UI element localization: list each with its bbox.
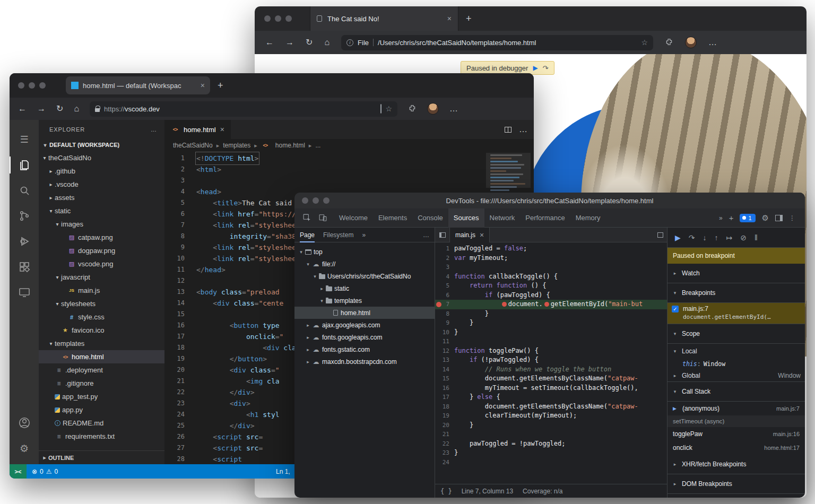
- explorer-item[interactable]: .gitignore: [39, 377, 164, 390]
- line-number[interactable]: 28: [164, 454, 185, 464]
- source-line[interactable]: 18 document.getElementsByClassName("catp…: [435, 402, 667, 412]
- line-number[interactable]: 11: [164, 264, 185, 275]
- dock-side-icon[interactable]: [775, 215, 783, 221]
- line-number[interactable]: 19: [164, 353, 185, 364]
- editor-more-icon[interactable]: …: [519, 125, 527, 134]
- scope-section[interactable]: ▾ Scope: [667, 324, 805, 344]
- explorer-item[interactable]: images: [39, 218, 164, 231]
- line-number[interactable]: 4: [164, 186, 185, 197]
- explorer-item[interactable]: templates: [39, 337, 164, 350]
- line-number[interactable]: 17: [164, 331, 185, 342]
- close-button[interactable]: [302, 197, 308, 204]
- remote-explorer-icon[interactable]: [10, 280, 39, 305]
- settings-gear-icon[interactable]: ⚙: [762, 213, 769, 223]
- breadcrumb-item[interactable]: home.html: [275, 142, 305, 149]
- account-icon[interactable]: [10, 410, 39, 436]
- source-line[interactable]: 13 if (!pawToggled) {: [435, 355, 667, 365]
- navigator-item[interactable]: static: [294, 282, 435, 294]
- source-line[interactable]: 11: [435, 337, 667, 346]
- line-number[interactable]: 8: [164, 231, 185, 242]
- breakpoints-section[interactable]: ▾ Breakpoints: [667, 283, 805, 303]
- home-icon[interactable]: ⌂: [324, 38, 330, 47]
- line-number[interactable]: 26: [164, 431, 185, 442]
- source-line[interactable]: 5 return function () {: [435, 281, 667, 291]
- call-stack-frame[interactable]: togglePaw main.js:16: [667, 427, 805, 441]
- breadcrumb-item[interactable]: templates: [223, 142, 250, 149]
- source-line[interactable]: 8 }: [435, 309, 667, 319]
- breadcrumb-item[interactable]: theCatSaidNo: [173, 142, 213, 149]
- devtools-tab[interactable]: Network: [484, 208, 521, 228]
- line-gutter[interactable]: 22: [435, 439, 454, 449]
- line-gutter[interactable]: 3: [435, 263, 454, 272]
- line-gutter[interactable]: 8: [435, 309, 454, 319]
- home-icon[interactable]: ⌂: [74, 105, 79, 113]
- remote-indicator[interactable]: ><: [10, 464, 27, 479]
- navigator-item[interactable]: Users/chris/src/theCatSaidNo: [294, 270, 435, 282]
- navigator-more-icon[interactable]: …: [423, 231, 429, 239]
- more-tabs-icon[interactable]: »: [362, 231, 366, 239]
- minimize-button[interactable]: [275, 15, 281, 22]
- line-gutter[interactable]: 10: [435, 328, 454, 337]
- search-icon[interactable]: [10, 178, 39, 203]
- step-out-icon[interactable]: ↑: [715, 233, 718, 242]
- line-number[interactable]: 18: [164, 342, 185, 353]
- line-number[interactable]: 14: [164, 298, 185, 309]
- line-number[interactable]: 7: [164, 220, 185, 231]
- resume-script-icon[interactable]: ▶: [533, 64, 537, 72]
- editor-tab[interactable]: home.html ×: [164, 120, 231, 139]
- source-code[interactable]: 1 pawToggled = false; 2 var myTimeout; 3…: [435, 242, 667, 484]
- source-tab[interactable]: main.js ×: [450, 228, 490, 242]
- devtools-tab[interactable]: Welcome: [334, 208, 373, 228]
- extensions-icon[interactable]: [665, 38, 673, 48]
- breakpoint-count-badge[interactable]: 1: [740, 214, 755, 222]
- navigator-item[interactable]: fonts.googleapis.com: [294, 331, 435, 343]
- address-bar[interactable]: https://vscode.dev ☆: [90, 101, 397, 117]
- explorer-item[interactable]: .deployment: [39, 363, 164, 377]
- close-button[interactable]: [18, 82, 24, 89]
- breakpoint-entry[interactable]: ✓ main.js:7 document.getElementById(…: [667, 303, 805, 324]
- explorer-item[interactable]: static: [39, 204, 164, 218]
- workspace-section[interactable]: ▾ DEFAULT (WORKSPACE): [39, 138, 164, 151]
- line-number[interactable]: 21: [164, 376, 185, 387]
- close-button[interactable]: [264, 15, 271, 22]
- line-gutter[interactable]: 23: [435, 448, 454, 458]
- tab-page[interactable]: Page: [300, 228, 315, 242]
- line-number[interactable]: 5: [164, 197, 185, 208]
- call-stack-frame[interactable]: setTimeout (async): [667, 415, 805, 427]
- reload-icon[interactable]: ↻: [56, 105, 63, 113]
- line-gutter[interactable]: 12: [435, 346, 454, 356]
- source-line[interactable]: 4 function callbackToggle() {: [435, 272, 667, 282]
- step-over-icon[interactable]: ↷: [689, 233, 695, 242]
- code-line[interactable]: 2 <html>: [164, 164, 534, 175]
- explorer-item[interactable]: app_test.py: [39, 390, 164, 403]
- explorer-item[interactable]: theCatSaidNo: [39, 151, 164, 164]
- line-number[interactable]: 6: [164, 208, 185, 220]
- line-gutter[interactable]: 21: [435, 430, 454, 439]
- site-info-icon[interactable]: i: [346, 39, 353, 46]
- source-line[interactable]: 14 // Runs when we toggle the button: [435, 365, 667, 375]
- line-gutter[interactable]: 6: [435, 291, 454, 300]
- browser-tab[interactable]: home.html — default (Workspac ×: [66, 76, 210, 94]
- explorer-item[interactable]: style.css: [39, 310, 164, 324]
- source-line[interactable]: 15 document.getElementsByClassName("catp…: [435, 374, 667, 384]
- zoom-button[interactable]: [39, 82, 46, 89]
- explorer-item[interactable]: favicon.ico: [39, 324, 164, 337]
- menu-icon[interactable]: ☰: [10, 127, 39, 152]
- navigator-item[interactable]: home.html: [294, 307, 435, 319]
- call-stack-frame[interactable]: onclick home.html:17: [667, 441, 805, 455]
- devtools-tab[interactable]: Performance: [520, 208, 570, 228]
- pause-on-exceptions-icon[interactable]: ‖: [755, 233, 758, 242]
- explorer-item[interactable]: app.py: [39, 403, 164, 416]
- devtools-tab[interactable]: Sources: [448, 208, 484, 228]
- source-control-icon[interactable]: [10, 203, 39, 229]
- inspect-element-icon[interactable]: [299, 208, 315, 228]
- line-number[interactable]: 13: [164, 286, 185, 298]
- line-gutter[interactable]: 7: [435, 300, 454, 309]
- explorer-item[interactable]: javascript: [39, 271, 164, 284]
- line-gutter[interactable]: 15: [435, 374, 454, 384]
- navigator-item[interactable]: top: [294, 246, 435, 258]
- source-line[interactable]: 19 clearTimeout(myTimeout);: [435, 411, 667, 421]
- line-gutter[interactable]: 13: [435, 355, 454, 365]
- explorer-item[interactable]: .github: [39, 164, 164, 178]
- new-tab-button[interactable]: +: [466, 14, 472, 23]
